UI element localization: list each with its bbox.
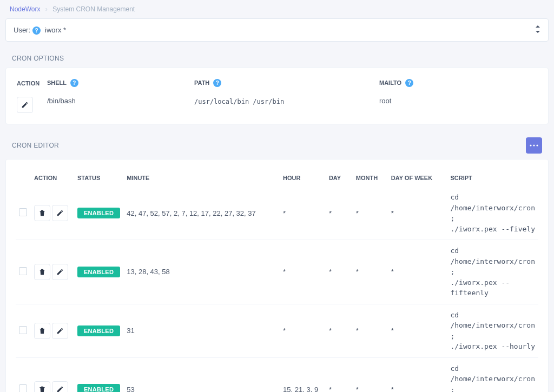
breadcrumb-sep: › — [45, 5, 48, 13]
pencil-icon — [56, 327, 64, 335]
dow-cell: * — [388, 187, 447, 240]
dow-cell: * — [388, 240, 447, 304]
script-cell: cd /home/interworx/cron ; ./iworx.pex --… — [447, 187, 538, 240]
hour-cell: * — [280, 304, 326, 357]
row-checkbox[interactable] — [19, 267, 27, 275]
cron-jobs-table: ACTION STATUS MINUTE HOUR DAY MONTH DAY … — [16, 169, 538, 392]
script-cell: cd /home/interworx/cron ; ./iworx.pex --… — [447, 240, 538, 304]
trash-icon — [38, 209, 46, 217]
more-button[interactable] — [526, 137, 542, 154]
delete-button[interactable] — [34, 264, 50, 280]
panel-title: CRON OPTIONS — [5, 49, 549, 68]
month-cell: * — [353, 187, 388, 240]
col-hour: HOUR — [280, 169, 326, 187]
cron-editor-panel: CRON EDITOR ACTION STATUS MINUTE HOUR DA… — [5, 132, 549, 392]
breadcrumb-root[interactable]: NodeWorx — [10, 5, 40, 13]
col-day: DAY — [326, 169, 353, 187]
delete-button[interactable] — [34, 205, 50, 221]
minute-cell: 53 — [123, 357, 280, 392]
col-script: SCRIPT — [447, 169, 538, 187]
shell-value: /bin/bash — [47, 97, 193, 113]
col-action: ACTION — [31, 169, 74, 187]
dots-icon — [530, 144, 538, 147]
table-row: ENABLED13, 28, 43, 58****cd /home/interw… — [16, 240, 538, 304]
user-select-value: iworx * — [45, 26, 66, 34]
cron-options-panel: CRON OPTIONS ACTION SHELL ? PATH ? MAILT… — [5, 49, 549, 124]
minute-cell: 42, 47, 52, 57, 2, 7, 12, 17, 22, 27, 32… — [123, 187, 280, 240]
status-badge: ENABLED — [77, 384, 120, 392]
mailto-value: root — [379, 97, 537, 113]
help-icon[interactable]: ? — [70, 79, 78, 87]
hour-cell: * — [280, 187, 326, 240]
edit-button[interactable] — [17, 97, 33, 113]
help-icon[interactable]: ? — [405, 79, 413, 87]
delete-button[interactable] — [34, 381, 50, 392]
day-cell: * — [326, 357, 353, 392]
row-checkbox[interactable] — [19, 208, 27, 216]
col-dow: DAY OF WEEK — [388, 169, 447, 187]
script-cell: cd /home/interworx/cron ; ./iworx.pex --… — [447, 304, 538, 357]
user-label: User:? — [14, 26, 41, 35]
day-cell: * — [326, 304, 353, 357]
panel-title: CRON EDITOR — [12, 142, 59, 149]
help-icon[interactable]: ? — [213, 79, 221, 87]
edit-button[interactable] — [52, 264, 68, 280]
day-cell: * — [326, 187, 353, 240]
pencil-icon — [56, 386, 64, 392]
month-cell: * — [353, 304, 388, 357]
delete-button[interactable] — [34, 323, 50, 339]
svg-point-0 — [530, 144, 531, 146]
hour-cell: * — [280, 240, 326, 304]
status-badge: ENABLED — [77, 267, 120, 277]
table-row: ENABLED5315, 21, 3, 9***cd /home/interwo… — [16, 357, 538, 392]
day-cell: * — [326, 240, 353, 304]
month-cell: * — [353, 357, 388, 392]
user-select[interactable]: iworx * — [45, 25, 540, 35]
col-mailto: MAILTO ? — [379, 79, 537, 96]
row-checkbox[interactable] — [19, 384, 27, 392]
pencil-icon — [56, 268, 64, 276]
trash-icon — [38, 327, 46, 335]
table-row: ENABLED31****cd /home/interworx/cron ; .… — [16, 304, 538, 357]
dow-cell: * — [388, 304, 447, 357]
trash-icon — [38, 386, 46, 392]
edit-button[interactable] — [52, 381, 68, 392]
month-cell: * — [353, 240, 388, 304]
col-shell: SHELL ? — [47, 79, 193, 96]
chevron-updown-icon — [535, 25, 540, 35]
user-selector: User:? iworx * — [5, 18, 549, 42]
pencil-icon — [21, 101, 29, 109]
options-row: /bin/bash /usr/local/bin /usr/bin root — [17, 97, 537, 113]
edit-button[interactable] — [52, 205, 68, 221]
row-checkbox[interactable] — [19, 326, 27, 334]
path-value: /usr/local/bin /usr/bin — [194, 97, 378, 113]
dow-cell: * — [388, 357, 447, 392]
hour-cell: 15, 21, 3, 9 — [280, 357, 326, 392]
col-status: STATUS — [74, 169, 123, 187]
trash-icon — [38, 268, 46, 276]
edit-button[interactable] — [52, 323, 68, 339]
breadcrumb-page: System CRON Management — [52, 5, 135, 13]
pencil-icon — [56, 209, 64, 217]
svg-point-1 — [533, 144, 535, 146]
minute-cell: 13, 28, 43, 58 — [123, 240, 280, 304]
help-icon[interactable]: ? — [32, 26, 41, 35]
col-minute: MINUTE — [123, 169, 280, 187]
cron-options-table: ACTION SHELL ? PATH ? MAILTO ? /bin/bash… — [16, 78, 538, 114]
status-badge: ENABLED — [77, 208, 120, 218]
col-month: MONTH — [353, 169, 388, 187]
col-path: PATH ? — [194, 79, 378, 96]
script-cell: cd /home/interworx/cron ; ./iworx.pex --… — [447, 357, 538, 392]
svg-point-2 — [536, 144, 538, 146]
minute-cell: 31 — [123, 304, 280, 357]
breadcrumb: NodeWorx › System CRON Management — [0, 0, 554, 18]
status-badge: ENABLED — [77, 325, 120, 336]
col-action: ACTION — [17, 79, 46, 96]
table-row: ENABLED42, 47, 52, 57, 2, 7, 12, 17, 22,… — [16, 187, 538, 240]
